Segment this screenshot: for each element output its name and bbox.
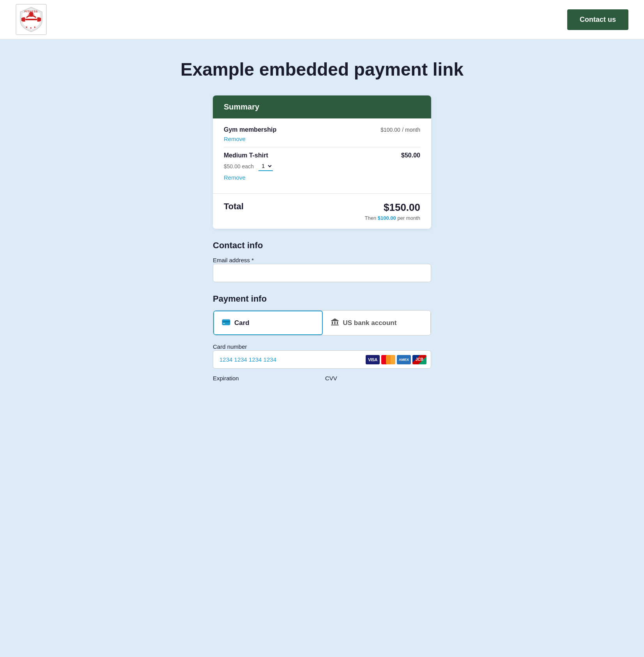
line-item-tshirt: Medium T-shirt $50.00 xyxy=(224,152,420,159)
email-input[interactable] xyxy=(213,264,431,282)
bank-icon xyxy=(331,318,339,328)
contact-us-button[interactable]: Contact us xyxy=(567,9,628,30)
email-label: Email address * xyxy=(213,257,254,263)
logo: ★ ★ ★ FITNESS LOGO xyxy=(16,4,47,35)
card-icon xyxy=(222,318,230,327)
expiry-cvv-row: Expiration CVV xyxy=(213,375,431,382)
total-recurring-amount: $100.00 xyxy=(378,215,396,221)
item-price-gym: $100.00 / month xyxy=(380,126,420,133)
summary-body: Gym membership $100.00 / month Remove Me… xyxy=(213,118,431,193)
payment-info-section: Payment info Card xyxy=(213,294,431,382)
svg-rect-12 xyxy=(222,321,230,322)
svg-rect-1 xyxy=(21,18,23,21)
svg-text:★: ★ xyxy=(30,26,32,29)
svg-rect-3 xyxy=(39,18,41,21)
cvv-field: CVV xyxy=(325,375,431,382)
item-name-tshirt: Medium T-shirt xyxy=(224,152,268,159)
tab-bank-label: US bank account xyxy=(343,319,397,327)
quantity-row-tshirt: $50.00 each 1 2 3 xyxy=(224,161,420,171)
svg-text:★: ★ xyxy=(25,26,28,28)
expiry-field: Expiration xyxy=(213,375,319,382)
cvv-label: CVV xyxy=(325,375,337,381)
unit-price-tshirt: $50.00 each xyxy=(224,163,254,170)
svg-rect-15 xyxy=(332,321,333,324)
payment-tabs: Card US bank account xyxy=(213,310,431,336)
summary-header: Summary xyxy=(213,95,431,118)
total-amount-block: $150.00 Then $100.00 per month xyxy=(365,201,420,221)
svg-text:LOGO: LOGO xyxy=(28,14,35,16)
contact-info-section: Contact info Email address * xyxy=(213,240,431,282)
header: ★ ★ ★ FITNESS LOGO Contact us xyxy=(0,0,644,39)
svg-rect-4 xyxy=(25,19,37,20)
total-amount: $150.00 xyxy=(365,201,420,214)
svg-text:★: ★ xyxy=(34,26,36,28)
mastercard-logo xyxy=(381,355,395,364)
svg-rect-16 xyxy=(334,321,335,324)
payment-info-title: Payment info xyxy=(213,294,431,304)
main-content: Example embedded payment link Summary Gy… xyxy=(147,39,497,413)
total-row: Total $150.00 Then $100.00 per month xyxy=(224,201,420,221)
payment-card: Summary Gym membership $100.00 / month R… xyxy=(213,95,431,229)
remove-tshirt-link[interactable]: Remove xyxy=(224,174,420,181)
quantity-select-tshirt[interactable]: 1 2 3 xyxy=(258,161,273,171)
card-number-label: Card number xyxy=(213,343,247,350)
svg-rect-18 xyxy=(331,325,339,325)
expiry-label: Expiration xyxy=(213,375,239,381)
svg-marker-14 xyxy=(331,318,339,321)
svg-text:FITNESS: FITNESS xyxy=(25,10,38,13)
svg-rect-17 xyxy=(337,321,338,324)
line-item-gym: Gym membership $100.00 / month xyxy=(224,126,420,133)
card-number-wrapper: VISA AMEX JCB xyxy=(213,350,431,369)
tab-card-label: Card xyxy=(234,319,249,327)
remove-gym-link[interactable]: Remove xyxy=(224,136,420,142)
total-label: Total xyxy=(224,201,244,212)
total-section: Total $150.00 Then $100.00 per month xyxy=(213,193,431,229)
visa-logo: VISA xyxy=(366,355,380,364)
contact-info-title: Contact info xyxy=(213,240,431,251)
item-price-tshirt: $50.00 xyxy=(401,152,420,159)
card-logos: VISA AMEX JCB xyxy=(366,355,426,364)
amex-logo: AMEX xyxy=(397,355,411,364)
page-title: Example embedded payment link xyxy=(154,59,490,80)
logo-svg: ★ ★ ★ FITNESS LOGO xyxy=(18,6,45,33)
jcb-logo: JCB xyxy=(412,355,426,364)
tab-bank[interactable]: US bank account xyxy=(323,311,431,335)
tab-card[interactable]: Card xyxy=(213,311,323,335)
total-subtext: Then $100.00 per month xyxy=(365,215,420,221)
svg-rect-13 xyxy=(223,323,225,324)
item-name-gym: Gym membership xyxy=(224,126,276,133)
divider-1 xyxy=(224,147,420,147)
